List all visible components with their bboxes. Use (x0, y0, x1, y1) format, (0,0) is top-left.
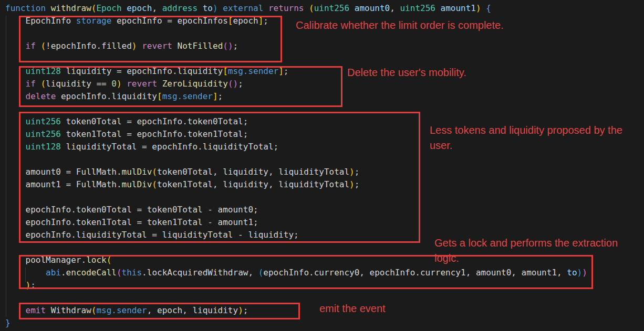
code-line-6: uint128 liquidity = epochInfo.liquidity[… (5, 65, 587, 78)
code-line-25: emit Withdraw(msg.sender, epoch, liquidi… (5, 304, 587, 317)
code-line-20 (5, 241, 587, 254)
code-area[interactable]: function withdraw(Epoch epoch, address t… (5, 2, 587, 329)
code-line-4: if (!epochInfo.filled) revert NotFilled(… (5, 40, 587, 52)
code-line-15: amount1 = FullMath.mulDiv(token1Total, l… (5, 178, 587, 191)
code-line-23: ); (5, 279, 587, 292)
code-line-13 (5, 153, 587, 166)
code-line-3 (5, 27, 587, 40)
code-line-2: EpochInfo storage epochInfo = epochInfos… (5, 15, 587, 27)
code-line-18: epochInfo.token1Total = token1Total - am… (5, 216, 587, 229)
code-line-16 (5, 191, 587, 204)
code-editor: function withdraw(Epoch epoch, address t… (0, 0, 644, 331)
code-line-10: uint256 token0Total = epochInfo.token0To… (5, 115, 587, 128)
code-line-22: abi.encodeCall(this.lockAcquiredWithdraw… (5, 266, 587, 279)
code-line-5 (5, 52, 587, 65)
code-line-1: function withdraw(Epoch epoch, address t… (5, 2, 587, 15)
code-line-7: if (liquidity == 0) revert ZeroLiquidity… (5, 78, 587, 90)
code-line-19: epochInfo.liquidityTotal = liquidityTota… (5, 229, 587, 241)
code-line-8: delete epochInfo.liquidity[msg.sender]; (5, 90, 587, 103)
code-line-26: } (5, 317, 587, 329)
code-line-17: epochInfo.token0Total = token0Total - am… (5, 204, 587, 216)
code-line-9 (5, 103, 587, 115)
code-line-12: uint128 liquidityTotal = epochInfo.liqui… (5, 141, 587, 153)
code-line-21: poolManager.lock( (5, 254, 587, 266)
code-line-11: uint256 token1Total = epochInfo.token1To… (5, 128, 587, 141)
code-line-24 (5, 292, 587, 304)
code-line-14: amount0 = FullMath.mulDiv(token0Total, l… (5, 166, 587, 178)
